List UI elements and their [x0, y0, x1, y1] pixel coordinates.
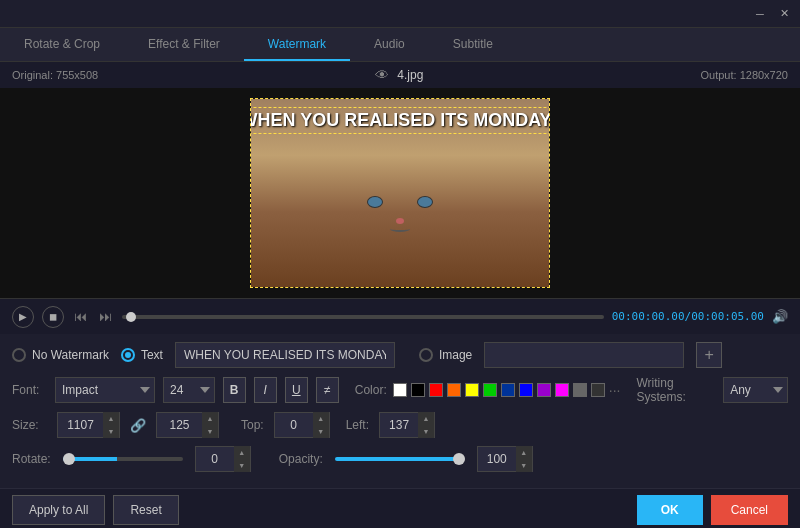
image-watermark-radio[interactable] — [419, 348, 433, 362]
left-buttons: Apply to All Reset — [12, 495, 179, 525]
right-eye — [417, 196, 433, 208]
width-spin-up[interactable]: ▲ — [103, 412, 119, 425]
left-eye — [367, 196, 383, 208]
swatch-black[interactable] — [411, 383, 425, 397]
text-watermark-radio[interactable] — [121, 348, 135, 362]
next-button[interactable]: ⏭ — [97, 307, 114, 326]
height-spin-up[interactable]: ▲ — [202, 412, 218, 425]
rotate-input[interactable] — [196, 452, 234, 466]
volume-icon[interactable]: 🔊 — [772, 309, 788, 324]
font-row: Font: Impact Arial Times New Roman 24 12… — [12, 376, 788, 404]
bold-button[interactable]: B — [223, 377, 246, 403]
writing-systems-label: Writing Systems: — [636, 376, 715, 404]
minimize-button[interactable]: ─ — [752, 6, 768, 22]
writing-systems-select[interactable]: Any Latin CJK — [723, 377, 788, 403]
reset-button[interactable]: Reset — [113, 495, 178, 525]
swatch-pink[interactable] — [555, 383, 569, 397]
tab-watermark[interactable]: Watermark — [244, 28, 350, 61]
size-label: Size: — [12, 418, 47, 432]
height-input[interactable] — [157, 418, 202, 432]
swatch-blue[interactable] — [519, 383, 533, 397]
prev-button[interactable]: ⏮ — [72, 307, 89, 326]
top-spin-up[interactable]: ▲ — [313, 412, 329, 425]
rotate-spin-up[interactable]: ▲ — [234, 446, 250, 459]
width-spin-buttons: ▲ ▼ — [103, 412, 119, 438]
no-watermark-radio[interactable] — [12, 348, 26, 362]
rotate-spin-buttons: ▲ ▼ — [234, 446, 250, 472]
strikethrough-button[interactable]: ≠ — [316, 377, 339, 403]
no-watermark-label: No Watermark — [32, 348, 109, 362]
swatch-red[interactable] — [429, 383, 443, 397]
preview-image: WHEN YOU REALISED ITS MONDAY.. — [250, 98, 550, 288]
stop-button[interactable]: ◼ — [42, 306, 64, 328]
swatch-purple[interactable] — [537, 383, 551, 397]
right-buttons: OK Cancel — [637, 495, 788, 525]
more-colors-button[interactable]: ··· — [609, 382, 621, 398]
progress-thumb[interactable] — [126, 312, 136, 322]
swatch-green[interactable] — [483, 383, 497, 397]
top-spin-down[interactable]: ▼ — [313, 425, 329, 438]
underline-button[interactable]: U — [285, 377, 308, 403]
text-watermark-label: Text — [141, 348, 163, 362]
width-input[interactable] — [58, 418, 103, 432]
width-spinbox: ▲ ▼ — [57, 412, 120, 438]
opacity-slider-container — [335, 457, 465, 461]
ok-button[interactable]: OK — [637, 495, 703, 525]
eye-icon[interactable]: 👁 — [375, 67, 389, 83]
text-watermark-option[interactable]: Text — [121, 348, 163, 362]
image-watermark-label: Image — [439, 348, 472, 362]
color-row: Color: ··· — [355, 382, 621, 398]
nose — [396, 218, 404, 224]
link-icon[interactable]: 🔗 — [130, 418, 146, 433]
progress-bar[interactable] — [122, 315, 604, 319]
color-label: Color: — [355, 383, 387, 397]
left-input[interactable] — [380, 418, 418, 432]
close-button[interactable]: ✕ — [776, 6, 792, 22]
rotate-slider[interactable] — [63, 457, 183, 461]
swatch-yellow[interactable] — [465, 383, 479, 397]
add-image-button[interactable]: + — [696, 342, 722, 368]
preview-area: WHEN YOU REALISED ITS MONDAY.. — [0, 88, 800, 298]
rotate-row: Rotate: ▲ ▼ Opacity: ▲ ▼ — [12, 446, 788, 472]
apply-all-button[interactable]: Apply to All — [12, 495, 105, 525]
tab-subtitle[interactable]: Subtitle — [429, 28, 517, 61]
height-spinbox: ▲ ▼ — [156, 412, 219, 438]
image-path-input[interactable] — [484, 342, 684, 368]
no-watermark-option[interactable]: No Watermark — [12, 348, 109, 362]
output-size: Output: 1280x720 — [701, 69, 788, 81]
tab-effect[interactable]: Effect & Filter — [124, 28, 244, 61]
font-size-select[interactable]: 24 12 18 36 48 — [163, 377, 215, 403]
italic-button[interactable]: I — [254, 377, 277, 403]
size-row: Size: ▲ ▼ 🔗 ▲ ▼ Top: ▲ ▼ Left: — [12, 412, 788, 438]
mouth — [390, 226, 410, 232]
info-bar: Original: 755x508 👁 4.jpg Output: 1280x7… — [0, 62, 800, 88]
tab-audio[interactable]: Audio — [350, 28, 429, 61]
font-label: Font: — [12, 383, 47, 397]
swatch-navy[interactable] — [501, 383, 515, 397]
watermark-text-input[interactable] — [175, 342, 395, 368]
font-family-select[interactable]: Impact Arial Times New Roman — [55, 377, 155, 403]
swatch-white[interactable] — [393, 383, 407, 397]
cancel-button[interactable]: Cancel — [711, 495, 788, 525]
swatch-darkgray[interactable] — [591, 383, 605, 397]
rotate-spin-down[interactable]: ▼ — [234, 459, 250, 472]
left-spin-down[interactable]: ▼ — [418, 425, 434, 438]
height-spin-down[interactable]: ▼ — [202, 425, 218, 438]
cat-face — [350, 166, 450, 256]
tab-rotate[interactable]: Rotate & Crop — [0, 28, 124, 61]
top-input[interactable] — [275, 418, 313, 432]
width-spin-down[interactable]: ▼ — [103, 425, 119, 438]
swatch-orange[interactable] — [447, 383, 461, 397]
image-watermark-option[interactable]: Image — [419, 348, 472, 362]
play-button[interactable]: ▶ — [12, 306, 34, 328]
height-spin-buttons: ▲ ▼ — [202, 412, 218, 438]
swatch-gray[interactable] — [573, 383, 587, 397]
opacity-input[interactable] — [478, 452, 516, 466]
tab-bar: Rotate & Crop Effect & Filter Watermark … — [0, 28, 800, 62]
opacity-slider[interactable] — [335, 457, 465, 461]
rotate-slider-container — [63, 457, 183, 461]
top-label: Top: — [241, 418, 264, 432]
opacity-spin-down[interactable]: ▼ — [516, 459, 532, 472]
opacity-spin-up[interactable]: ▲ — [516, 446, 532, 459]
left-spin-up[interactable]: ▲ — [418, 412, 434, 425]
